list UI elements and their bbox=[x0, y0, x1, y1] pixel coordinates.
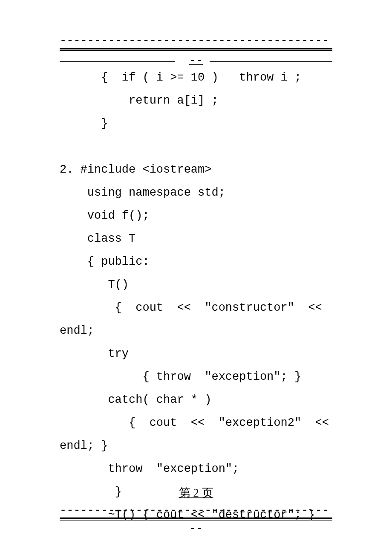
section2-line12: endl; } bbox=[60, 434, 332, 457]
dash-line-bottom: --------------------------------------- bbox=[60, 504, 332, 517]
under-rule-right bbox=[210, 61, 332, 62]
dash-line-top: --------------------------------------- bbox=[60, 34, 332, 47]
solid-double-line bbox=[60, 48, 332, 51]
section2-line1: using namespace std; bbox=[60, 181, 332, 204]
page-number: 第 2 页 bbox=[0, 485, 392, 500]
solid-double-line-bottom bbox=[60, 517, 332, 520]
code-snippet1-line3: } bbox=[60, 112, 332, 135]
code-snippet1-line1: { if ( i >= 10 ) throw i ; bbox=[60, 66, 332, 89]
section2-line2: void f(); bbox=[60, 204, 332, 227]
section2-line13: throw "exception"; bbox=[60, 457, 332, 480]
section2-line11: { cout << "exception2" << bbox=[60, 411, 332, 434]
section2-line6: { cout << "constructor" << bbox=[60, 296, 332, 319]
section2-line9: { throw "exception"; } bbox=[60, 365, 332, 388]
center-dash-top: -- bbox=[60, 54, 332, 67]
blank-line bbox=[60, 135, 332, 158]
section2-line3: class T bbox=[60, 227, 332, 250]
section2-line4: { public: bbox=[60, 250, 332, 273]
document-content: { if ( i >= 10 ) throw i ; return a[i] ;… bbox=[60, 66, 332, 526]
center-dash-bottom: -- bbox=[60, 522, 332, 535]
code-snippet1-line2: return a[i] ; bbox=[60, 89, 332, 112]
section2-line10: catch( char * ) bbox=[60, 388, 332, 411]
section2-line7: endl; bbox=[60, 319, 332, 342]
section2-line5: T() bbox=[60, 273, 332, 296]
under-rule-left bbox=[60, 61, 175, 62]
top-divider: --------------------------------------- … bbox=[60, 34, 332, 67]
section2-line8: try bbox=[60, 342, 332, 365]
section2-header: 2. #include <iostream> bbox=[60, 158, 332, 181]
bottom-divider: --------------------------------------- … bbox=[60, 504, 332, 535]
